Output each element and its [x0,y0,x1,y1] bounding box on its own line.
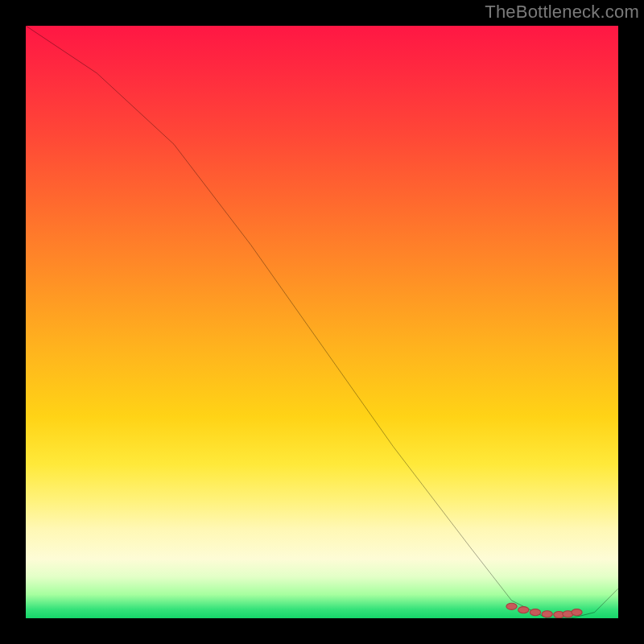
chart-frame: TheBottleneck.com [0,0,644,644]
bottleneck-curve [26,26,618,618]
curve-layer [26,26,618,618]
chart-svg [26,26,618,618]
plot-area [26,26,618,618]
data-marker [542,611,552,617]
data-marker [518,607,529,613]
data-marker [530,609,540,616]
watermark-text: TheBottleneck.com [485,2,639,23]
data-marker [572,609,582,616]
data-marker [506,603,517,609]
marker-layer [506,603,582,617]
